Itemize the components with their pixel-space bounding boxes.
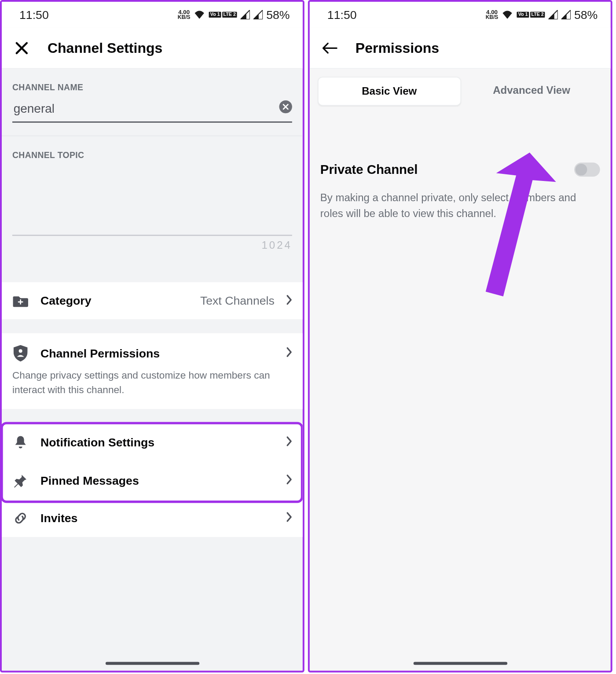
channel-topic-input[interactable]: [12, 166, 292, 236]
pinned-label: Pinned Messages: [40, 474, 275, 488]
nav-indicator: [413, 662, 507, 665]
screen-channel-settings: 11:50 4.00 KB/S Vo 1 LTE 2 58%: [0, 0, 304, 673]
channel-permissions-row[interactable]: Channel Permissions: [2, 333, 303, 373]
permissions-desc: Change privacy settings and customize ho…: [2, 368, 303, 409]
chevron-right-icon: [286, 294, 292, 307]
battery-text: 58%: [574, 8, 598, 22]
network-speed: 4.00 KB/S: [178, 10, 191, 20]
close-icon[interactable]: [11, 40, 32, 55]
permissions-group: Channel Permissions Change privacy setti…: [2, 333, 303, 409]
category-group: Category Text Channels: [2, 282, 303, 319]
link-icon: [12, 511, 29, 525]
status-indicators: 4.00 KB/S Vo 1 LTE 2 58%: [178, 8, 290, 22]
wifi-icon: [194, 8, 206, 22]
screen-permissions: 11:50 4.00 KB/S Vo 1 LTE 2 58%: [308, 0, 612, 673]
network-speed: 4.00 KB/S: [486, 10, 499, 20]
category-value: Text Channels: [200, 294, 275, 308]
lte-indicator: Vo 1 LTE 2: [209, 12, 237, 18]
notification-settings-row[interactable]: Notification Settings: [2, 423, 303, 462]
chevron-right-icon: [286, 436, 292, 449]
page-title: Channel Settings: [48, 40, 162, 56]
channel-name-label: CHANNEL NAME: [2, 69, 303, 98]
chevron-right-icon: [286, 347, 292, 360]
private-channel-row: Private Channel: [320, 162, 600, 177]
invites-row[interactable]: Invites: [2, 500, 303, 537]
status-bar: 11:50 4.00 KB/S Vo 1 LTE 2 58%: [2, 2, 303, 28]
view-tabs: Basic View Advanced View: [310, 69, 611, 106]
notifications-label: Notification Settings: [40, 436, 275, 449]
wifi-icon: [502, 8, 513, 22]
channel-topic-label: CHANNEL TOPIC: [2, 136, 303, 166]
category-row[interactable]: Category Text Channels: [2, 282, 303, 319]
folder-plus-icon: [12, 294, 29, 307]
battery-text: 58%: [266, 8, 290, 22]
char-counter: 1024: [2, 236, 303, 262]
header: Channel Settings: [2, 28, 303, 69]
permissions-label: Channel Permissions: [40, 346, 275, 360]
pinned-messages-row[interactable]: Pinned Messages: [2, 462, 303, 499]
chevron-right-icon: [286, 474, 292, 487]
shield-person-icon: [12, 345, 29, 361]
svg-point-0: [19, 349, 22, 353]
private-channel-toggle[interactable]: [574, 162, 600, 177]
status-time: 11:50: [19, 8, 49, 22]
private-channel-block: Private Channel By making a channel priv…: [310, 106, 611, 222]
invites-label: Invites: [40, 512, 275, 525]
category-label: Category: [40, 294, 188, 308]
back-icon[interactable]: [319, 41, 340, 54]
status-indicators: 4.00 KB/S Vo 1 LTE 2 58%: [486, 8, 598, 22]
nav-indicator: [105, 662, 199, 665]
channel-name-field[interactable]: [12, 98, 292, 123]
lte-indicator: Vo 1 LTE 2: [517, 12, 545, 18]
content: Basic View Advanced View Private Channel…: [310, 69, 611, 671]
channel-name-input[interactable]: [12, 98, 292, 123]
tab-advanced-view[interactable]: Advanced View: [461, 77, 602, 106]
signal-1-icon: [548, 10, 557, 19]
private-channel-desc: By making a channel private, only select…: [320, 177, 600, 222]
header: Permissions: [310, 28, 611, 69]
content: CHANNEL NAME CHANNEL TOPIC 1024 Category…: [2, 69, 303, 671]
chevron-right-icon: [286, 512, 292, 525]
private-channel-label: Private Channel: [320, 162, 418, 177]
status-bar: 11:50 4.00 KB/S Vo 1 LTE 2 58%: [310, 2, 611, 28]
signal-2-icon: [561, 10, 571, 19]
status-time: 11:50: [327, 8, 357, 22]
pin-icon: [12, 474, 29, 488]
bell-icon: [12, 435, 29, 450]
toggle-knob: [576, 164, 587, 176]
clear-icon[interactable]: [279, 100, 292, 113]
signal-2-icon: [253, 10, 263, 19]
signal-1-icon: [240, 10, 249, 19]
misc-group: Notification Settings Pinned Messages In: [2, 423, 303, 537]
tab-basic-view[interactable]: Basic View: [318, 77, 461, 106]
page-title: Permissions: [356, 40, 439, 56]
